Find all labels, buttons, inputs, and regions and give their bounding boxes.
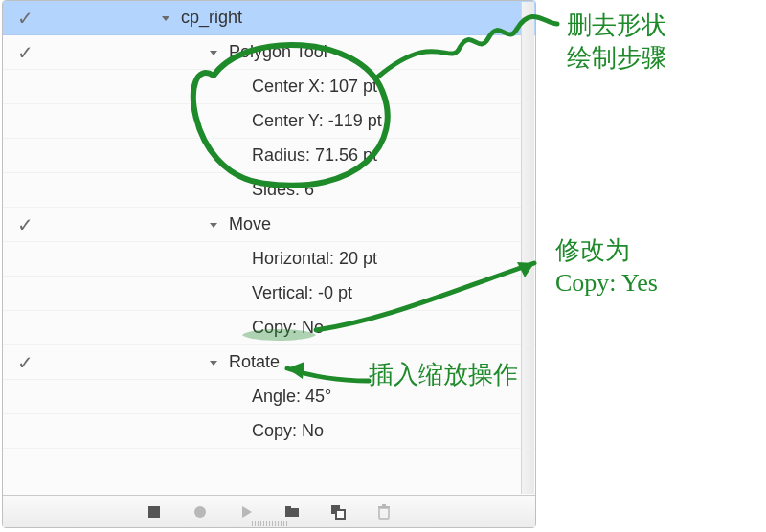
svg-rect-10 <box>336 510 345 519</box>
tree-row[interactable]: Radius: 71.56 pt <box>3 139 535 173</box>
actions-panel: ✓cp_right✓Polygon ToolCenter X: 107 ptCe… <box>2 0 536 528</box>
property-text: Angle: 45° <box>252 387 331 407</box>
rows-container: ✓cp_right✓Polygon ToolCenter X: 107 ptCe… <box>3 1 535 495</box>
checkmark-icon: ✓ <box>17 213 34 236</box>
tree-row[interactable]: Center X: 107 pt <box>3 70 535 104</box>
folder-button[interactable] <box>282 502 302 521</box>
overlay-button[interactable] <box>328 502 348 521</box>
property-text: Copy: No <box>252 421 324 441</box>
node-label: Move <box>229 214 271 234</box>
tree-row[interactable]: Sides: 6 <box>3 173 535 208</box>
tree-row[interactable]: Center Y: -119 pt <box>3 104 535 139</box>
tree-row[interactable]: Horizontal: 20 pt <box>3 242 535 277</box>
tree-row[interactable]: Copy: No <box>3 414 535 449</box>
annotation-delete-shape: 删去形状 绘制步骤 <box>567 10 666 75</box>
svg-rect-7 <box>285 508 299 517</box>
record-button[interactable] <box>191 502 210 521</box>
chevron-down-icon[interactable] <box>204 43 223 62</box>
svg-rect-4 <box>148 506 160 518</box>
resize-handle[interactable] <box>231 521 307 526</box>
svg-marker-2 <box>210 223 217 228</box>
tree-row[interactable]: ✓cp_right <box>3 1 535 35</box>
checkbox-cell[interactable]: ✓ <box>9 351 41 374</box>
tree-row[interactable]: ✓Polygon Tool <box>3 35 535 70</box>
chevron-down-icon[interactable] <box>204 215 223 234</box>
node-label: Rotate <box>229 352 280 372</box>
node-label: Polygon Tool <box>229 42 327 62</box>
svg-marker-1 <box>210 51 217 55</box>
property-text: Vertical: -0 pt <box>252 283 352 303</box>
tree-row[interactable]: Copy: No <box>3 311 535 345</box>
property-text: Horizontal: 20 pt <box>252 249 377 269</box>
svg-marker-3 <box>210 361 217 366</box>
trash-button[interactable] <box>374 502 394 521</box>
property-text: Sides: 6 <box>252 180 314 200</box>
svg-rect-13 <box>382 504 386 506</box>
svg-rect-12 <box>378 506 390 508</box>
checkmark-icon: ✓ <box>17 7 34 30</box>
annotation-change-copy: 修改为 Copy: Yes <box>555 234 658 299</box>
checkbox-cell[interactable]: ✓ <box>9 41 41 64</box>
play-button[interactable] <box>237 502 256 521</box>
checkmark-icon: ✓ <box>17 351 34 374</box>
svg-point-5 <box>194 506 206 518</box>
property-text: Center Y: -119 pt <box>252 111 382 131</box>
property-text: Center X: 107 pt <box>252 77 377 97</box>
tree-row[interactable]: ✓Move <box>3 208 535 242</box>
tree-row[interactable]: ✓Rotate <box>3 345 535 380</box>
stop-button[interactable] <box>145 502 164 521</box>
svg-rect-8 <box>285 506 291 509</box>
checkbox-cell[interactable]: ✓ <box>9 213 41 236</box>
svg-marker-0 <box>162 16 169 21</box>
checkmark-icon: ✓ <box>17 41 34 64</box>
property-text: Copy: No <box>252 318 324 338</box>
chevron-down-icon[interactable] <box>204 353 223 372</box>
chevron-down-icon[interactable] <box>156 9 175 28</box>
checkbox-cell[interactable]: ✓ <box>9 7 41 30</box>
tree-row[interactable]: Angle: 45° <box>3 380 535 414</box>
svg-marker-6 <box>242 506 252 518</box>
vertical-scrollbar[interactable] <box>521 2 534 494</box>
node-label: cp_right <box>181 8 242 28</box>
property-text: Radius: 71.56 pt <box>252 145 377 166</box>
svg-rect-11 <box>379 508 389 519</box>
tree-row[interactable]: Vertical: -0 pt <box>3 277 535 311</box>
